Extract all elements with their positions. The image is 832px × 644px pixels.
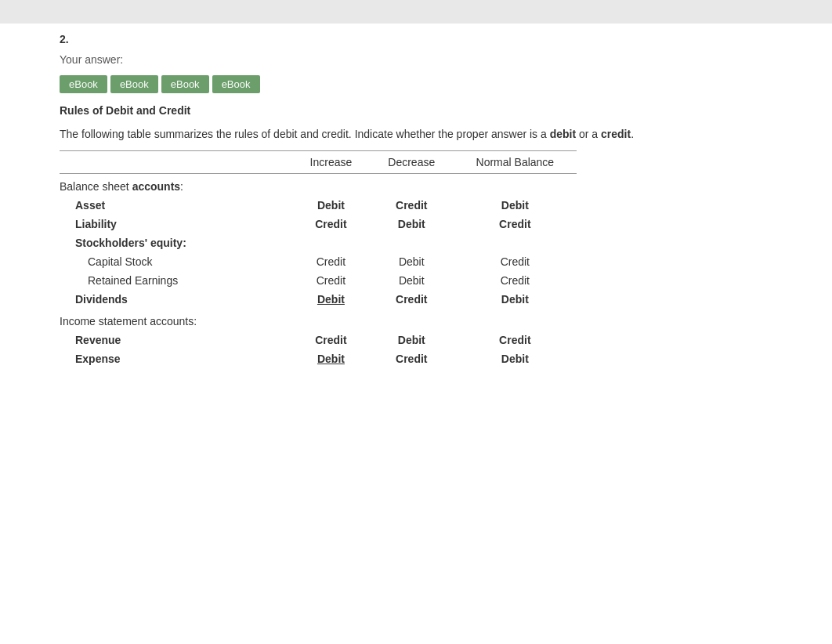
liability-row: Liability Credit Debit Credit [60, 215, 577, 233]
balance-sheet-label: Balance sheet accounts: [60, 174, 577, 197]
retained-earnings-normal: Credit [454, 271, 577, 290]
stockholders-equity-row: Stockholders' equity: [60, 233, 577, 252]
dividends-decrease: Credit [370, 290, 454, 309]
capital-stock-row: Capital Stock Credit Debit Credit [60, 252, 577, 271]
asset-decrease: Credit [370, 196, 454, 215]
income-statement-label: Income statement accounts: [60, 309, 577, 331]
expense-normal: Debit [454, 349, 577, 368]
expense-row: Expense Debit Credit Debit [60, 349, 577, 368]
expense-decrease: Credit [370, 349, 454, 368]
retained-earnings-name: Retained Earnings [60, 271, 292, 290]
income-statement-section: Income statement accounts: [60, 309, 577, 331]
stockholders-equity-bold: Stockholders' equity [75, 237, 183, 249]
header-decrease: Decrease [370, 151, 454, 174]
liability-normal: Credit [454, 215, 577, 233]
debit-word: debit [550, 128, 576, 140]
dividends-normal: Debit [454, 290, 577, 309]
ebook-button-2[interactable]: eBook [110, 75, 158, 93]
balance-sheet-section: Balance sheet accounts: [60, 174, 577, 197]
capital-stock-increase: Credit [292, 252, 370, 271]
liability-decrease: Debit [370, 215, 454, 233]
header-normal-balance: Normal Balance [454, 151, 577, 174]
liability-increase: Credit [292, 215, 370, 233]
header-account [60, 151, 292, 174]
liability-name: Liability [60, 215, 292, 233]
dividends-increase: Debit [292, 290, 370, 309]
accounts-bold: accounts [132, 180, 180, 193]
retained-earnings-increase: Credit [292, 271, 370, 290]
your-answer-label: Your answer: [0, 50, 832, 71]
credit-word-text: credit [601, 128, 631, 140]
header-increase: Increase [292, 151, 370, 174]
ebook-button-1[interactable]: eBook [60, 75, 107, 93]
capital-stock-name: Capital Stock [60, 252, 292, 271]
debit-credit-table: Increase Decrease Normal Balance Balance… [60, 150, 577, 368]
retained-earnings-decrease: Debit [370, 271, 454, 290]
asset-increase: Debit [292, 196, 370, 215]
top-bar [0, 0, 832, 24]
description-prefix: The following table summarizes the rules… [60, 128, 547, 140]
section-title: Rules of Debit and Credit [0, 99, 832, 123]
stockholders-equity-label: Stockholders' equity: [60, 233, 577, 252]
asset-row: Asset Debit Credit Debit [60, 196, 577, 215]
asset-normal: Debit [454, 196, 577, 215]
revenue-decrease: Debit [370, 331, 454, 349]
capital-stock-normal: Credit [454, 252, 577, 271]
revenue-normal: Credit [454, 331, 577, 349]
dividends-name: Dividends [60, 290, 292, 309]
revenue-increase: Credit [292, 331, 370, 349]
expense-name: Expense [60, 349, 292, 368]
asset-name: Asset [60, 196, 292, 215]
table-header-row: Increase Decrease Normal Balance [60, 151, 577, 174]
expense-increase: Debit [292, 349, 370, 368]
description-middle-text: or a [579, 128, 598, 140]
description-suffix: . [631, 128, 634, 140]
capital-stock-decrease: Debit [370, 252, 454, 271]
ebook-buttons-container: eBook eBook eBook eBook [0, 71, 832, 99]
table-container: Increase Decrease Normal Balance Balance… [60, 150, 577, 368]
revenue-name: Revenue [60, 331, 292, 349]
dividends-row: Dividends Debit Credit Debit [60, 290, 577, 309]
ebook-button-4[interactable]: eBook [212, 75, 260, 93]
retained-earnings-row: Retained Earnings Credit Debit Credit [60, 271, 577, 290]
ebook-button-3[interactable]: eBook [161, 75, 209, 93]
description: The following table summarizes the rules… [0, 123, 832, 150]
question-number: 2. [0, 24, 832, 50]
revenue-row: Revenue Credit Debit Credit [60, 331, 577, 349]
